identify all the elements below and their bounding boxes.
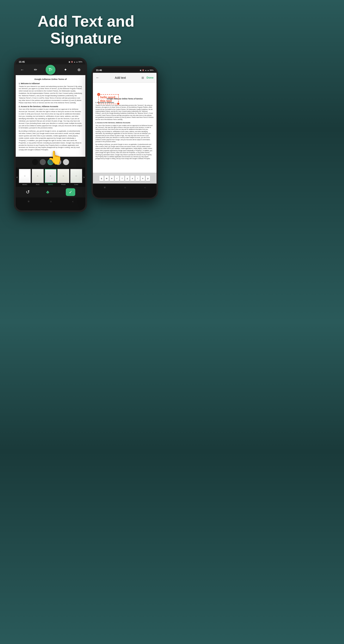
confirm-button[interactable]: ✓ [66,188,75,196]
key-o[interactable]: o [141,176,145,181]
wifi-icon: ▲ [74,61,75,63]
right-doc-text3: By enrolling in AdSense, you permit Goog… [95,144,154,160]
color-dark-gray[interactable] [40,159,46,165]
overlay-text: hello word , this test [100,96,117,103]
time-left: 15:45 [19,60,25,63]
doc-title-left: Google AdSense Online Terms of [19,78,82,80]
text-icon-circle[interactable]: TT [46,65,56,75]
add-text-toolbar: ← Add text ⊞ Done [93,73,156,83]
refresh-button[interactable]: ↺ [26,189,30,195]
key-w[interactable]: w [104,176,109,181]
color-black[interactable] [32,159,38,165]
nav-bar-left: ≡ ○ ‹ [16,198,85,205]
right-section2-title: 2. Access to the Services; AdSense Accou… [95,122,154,124]
status-bar-right: 15:46 ▣ 🔇 ▲ ▲ 89% [93,68,156,73]
back-button-left[interactable]: ← [19,66,26,73]
nav-menu-icon[interactable]: ≡ [28,200,30,203]
resize-handle[interactable] [117,102,119,105]
filter-items: doc B&W1 doc Auto do [19,169,83,186]
search-icon-left[interactable]: ⊕ [75,66,82,73]
pen-icon-left[interactable]: ✏ [32,66,39,73]
doc-content-left: Google AdSense Online Terms of 1. Welcom… [16,75,85,157]
key-t[interactable]: t [120,176,124,181]
nav-bar-right: ≡ ○ ‹ [93,184,156,191]
filter-auto[interactable]: doc Auto [31,169,44,186]
mute-icon-r: 🔇 [142,69,144,71]
add-text-back-button[interactable]: ← [96,76,99,80]
filter-bw2[interactable]: doc B&W2 [44,169,57,186]
signal-icon-r: ▣ [140,69,141,71]
nav-back-icon-r[interactable]: ‹ [144,186,145,189]
phone-left: 15:45 ▣ 🔇 ▲ ▲ 90% ← ✏ TT ✦ ⊕ Google AdSe… [14,58,87,212]
toolbar-left: ← ✏ TT ✦ ⊕ [16,64,85,75]
doc-section1-title-left: 1. Welcome to AdSense! [19,82,82,85]
color-teal[interactable] [48,159,54,165]
keyboard-row: q w e r t y u i o p [99,176,150,181]
key-y[interactable]: y [125,176,129,181]
right-doc-text2: Your use of the Services is subject to y… [95,124,154,143]
add-text-title: Add text [115,76,126,80]
doc-text2-left: Your use of the Services is subject to y… [19,108,82,129]
bottom-toolbar-left: ↺ ♣ ✓ [16,187,85,198]
filter-bw1[interactable]: doc B&W1 [19,169,31,186]
color-light-gray[interactable] [63,159,69,165]
text-overlay-box[interactable]: × hello word , this test [98,94,119,104]
keyboard-area: q w e r t y u i o p [93,173,156,184]
key-q[interactable]: q [99,176,104,181]
phones-container: 15:45 ▣ 🔇 ▲ ▲ 90% ← ✏ TT ✦ ⊕ Google AdSe… [0,53,172,216]
mute-icon: 🔇 [71,61,73,63]
nav-home-icon[interactable]: ○ [50,200,52,203]
status-icons-left: ▣ 🔇 ▲ ▲ 90% [69,61,82,63]
signal-icon: ▣ [69,61,70,63]
network-icon: ▲ [76,61,78,63]
color-palette [16,157,85,168]
doc-wrapper-right: × hello word , this test Google AdSense … [93,83,156,173]
photo-plus-icon[interactable]: ⊞ [141,76,144,80]
header-title: Add Text and Signature [9,13,163,47]
filter-strip: ‹ doc B&W1 doc Auto [16,168,85,187]
nav-back-icon[interactable]: ‹ [72,200,74,203]
add-text-actions: ⊞ Done [141,76,154,80]
wifi-icon-r: ▲ [145,69,147,71]
nav-home-icon-r[interactable]: ○ [124,186,126,189]
phone-right: 15:46 ▣ 🔇 ▲ ▲ 89% ← Add text ⊞ Done × [91,66,158,199]
close-x-icon[interactable]: × [97,93,100,96]
leaf-icon[interactable]: ♣ [46,189,49,195]
doc-text1-left: Thanks for your interest in our search a… [19,86,82,104]
filter-prev[interactable]: ‹ [16,176,19,179]
key-i[interactable]: i [135,176,140,181]
done-button[interactable]: Done [147,76,154,79]
doc-text3-left: By enrolling in AdSense, you permit Goog… [19,130,82,151]
key-r[interactable]: r [115,176,119,181]
key-p[interactable]: p [146,176,150,181]
filter-color[interactable]: doc Color [70,169,83,186]
battery-right: 89% [150,69,153,71]
status-icons-right: ▣ 🔇 ▲ ▲ 89% [140,69,153,71]
doc-section2-title-left: 2. Access to the Services; AdSense Accou… [19,106,82,108]
color-gray[interactable] [55,159,61,165]
magic-icon-left[interactable]: ✦ [62,66,69,73]
time-right: 15:46 [96,69,102,72]
right-doc-text1: Thanks for your interest in our search a… [95,104,154,120]
network-icon-r: ▲ [147,69,149,71]
key-e[interactable]: e [110,176,114,181]
filter-photo[interactable]: doc Photo [57,169,70,186]
key-u[interactable]: u [130,176,135,181]
battery-left: 90% [78,61,82,63]
status-bar-left: 15:45 ▣ 🔇 ▲ ▲ 90% [16,59,85,64]
nav-menu-icon-r[interactable]: ≡ [104,186,106,189]
filter-next[interactable]: › [83,176,85,179]
header-section: Add Text and Signature [0,0,172,53]
